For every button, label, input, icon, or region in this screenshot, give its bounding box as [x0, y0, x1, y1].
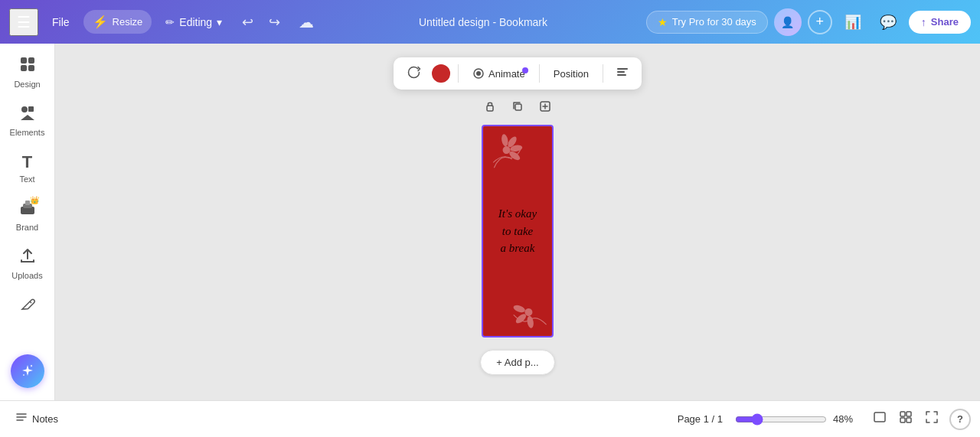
- replace-button[interactable]: [401, 63, 427, 85]
- undo-button[interactable]: ↩: [236, 11, 260, 34]
- share-label: Share: [931, 16, 959, 28]
- toolbar-divider-3: [603, 64, 603, 83]
- comments-button[interactable]: 💬: [874, 11, 903, 34]
- svg-rect-17: [487, 106, 493, 111]
- add-collaborator-button[interactable]: +: [808, 10, 832, 34]
- svg-point-10: [30, 365, 31, 367]
- toolbar-divider-1: [458, 64, 459, 83]
- sidebar-item-design[interactable]: Design: [0, 50, 54, 95]
- svg-rect-29: [874, 413, 885, 422]
- single-view-button[interactable]: [868, 407, 891, 431]
- fullscreen-button[interactable]: [920, 407, 943, 431]
- svg-rect-15: [617, 71, 625, 73]
- chevron-down-icon: ▾: [217, 16, 222, 28]
- uploads-icon: [19, 247, 36, 269]
- svg-rect-30: [900, 412, 905, 416]
- notes-button[interactable]: Notes: [9, 409, 64, 430]
- duplicate-button[interactable]: [507, 97, 528, 119]
- text-icon: T: [22, 152, 32, 172]
- file-button[interactable]: File: [44, 11, 77, 33]
- resize-button[interactable]: ⚡ Resize: [83, 10, 152, 34]
- pro-upgrade-button[interactable]: ★ Try Pro for 30 days: [646, 11, 768, 34]
- resize-label: Resize: [113, 16, 143, 28]
- redo-button[interactable]: ↪: [263, 11, 286, 34]
- svg-point-26: [526, 315, 534, 328]
- view-mode-buttons: [868, 407, 943, 431]
- canvas-toolbar: Animate Position: [394, 57, 642, 90]
- bookmark-text: It's okayto takea break: [495, 202, 540, 260]
- avatar[interactable]: 👤: [774, 8, 802, 36]
- draw-icon: [19, 295, 36, 317]
- resize-icon: ⚡: [93, 15, 108, 29]
- svg-point-13: [476, 71, 481, 76]
- design-label: Design: [14, 80, 40, 89]
- crown-icon: 👑: [30, 196, 39, 204]
- pro-label: Try Pro for 30 days: [672, 16, 756, 28]
- menu-button[interactable]: ☰: [9, 8, 38, 36]
- lock-button[interactable]: [479, 97, 501, 119]
- elements-icon: [19, 104, 36, 126]
- bookmark-wrapper: It's okayto takea break: [482, 125, 554, 338]
- notes-label: Notes: [32, 413, 58, 425]
- svg-rect-1: [28, 57, 34, 64]
- design-icon: [19, 56, 36, 77]
- sidebar-item-brand[interactable]: 👑 Brand: [0, 193, 54, 238]
- color-picker-button[interactable]: [432, 64, 450, 83]
- svg-rect-33: [906, 418, 911, 422]
- animate-button[interactable]: Animate: [466, 64, 531, 83]
- svg-marker-6: [21, 115, 34, 120]
- undo-redo-group: ↩ ↪: [236, 11, 286, 34]
- zoom-percent: 48%: [833, 413, 862, 425]
- svg-rect-32: [900, 418, 905, 422]
- position-button[interactable]: Position: [547, 65, 595, 83]
- add-element-button[interactable]: [534, 97, 556, 119]
- sidebar-item-elements[interactable]: Elements: [0, 98, 54, 143]
- pencil-icon: ✏: [165, 16, 175, 28]
- floral-top-decoration: [485, 128, 530, 176]
- editing-button[interactable]: ✏ Editing ▾: [158, 11, 230, 33]
- svg-rect-2: [21, 65, 27, 71]
- svg-rect-16: [617, 74, 626, 76]
- svg-rect-5: [28, 106, 34, 112]
- zoom-controls: 48%: [735, 413, 862, 426]
- sidebar-item-draw[interactable]: [0, 289, 54, 323]
- bookmark-design[interactable]: It's okayto takea break: [482, 125, 554, 338]
- share-button[interactable]: ↑ Share: [909, 11, 971, 34]
- share-icon: ↑: [921, 16, 926, 28]
- zoom-slider[interactable]: [735, 413, 827, 426]
- brand-badge-wrapper: 👑: [19, 199, 36, 220]
- sidebar: Design Elements T Text: [0, 44, 55, 400]
- sidebar-item-text[interactable]: T Text: [0, 146, 54, 190]
- main-body: Design Elements T Text: [0, 44, 980, 400]
- sidebar-item-uploads[interactable]: Uploads: [0, 241, 54, 286]
- toolbar-divider-2: [539, 64, 540, 83]
- document-title: Untitled design - Bookmark: [326, 16, 640, 28]
- help-button[interactable]: ?: [949, 409, 971, 430]
- svg-rect-31: [906, 412, 911, 416]
- svg-point-11: [23, 374, 24, 376]
- uploads-label: Uploads: [11, 271, 42, 280]
- notes-icon: [15, 412, 28, 427]
- canvas-area: Animate Position: [55, 44, 980, 400]
- page-indicator: Page 1 / 1: [678, 413, 723, 425]
- svg-point-21: [501, 134, 509, 147]
- svg-point-4: [21, 106, 28, 113]
- bottom-bar: Notes Page 1 / 1 48% ?: [0, 400, 980, 437]
- text-label: Text: [19, 174, 34, 184]
- more-style-button[interactable]: [611, 62, 634, 85]
- magic-button[interactable]: [11, 354, 44, 388]
- editing-label: Editing: [179, 16, 212, 28]
- svg-rect-3: [28, 65, 34, 71]
- svg-rect-14: [617, 68, 628, 70]
- svg-point-28: [512, 304, 526, 314]
- add-page-button[interactable]: + Add p...: [480, 350, 554, 375]
- analytics-button[interactable]: 📊: [838, 11, 867, 34]
- canvas-content: It's okayto takea break + Add p...: [55, 44, 980, 400]
- floral-bottom-decoration: [506, 286, 551, 334]
- cloud-save-button[interactable]: ☁: [292, 10, 320, 34]
- header: ☰ File ⚡ Resize ✏ Editing ▾ ↩ ↪ ☁ Untitl…: [0, 0, 980, 44]
- grid-view-button[interactable]: [894, 407, 917, 431]
- svg-rect-0: [21, 57, 27, 64]
- elements-label: Elements: [10, 128, 45, 137]
- element-controls: [479, 97, 556, 119]
